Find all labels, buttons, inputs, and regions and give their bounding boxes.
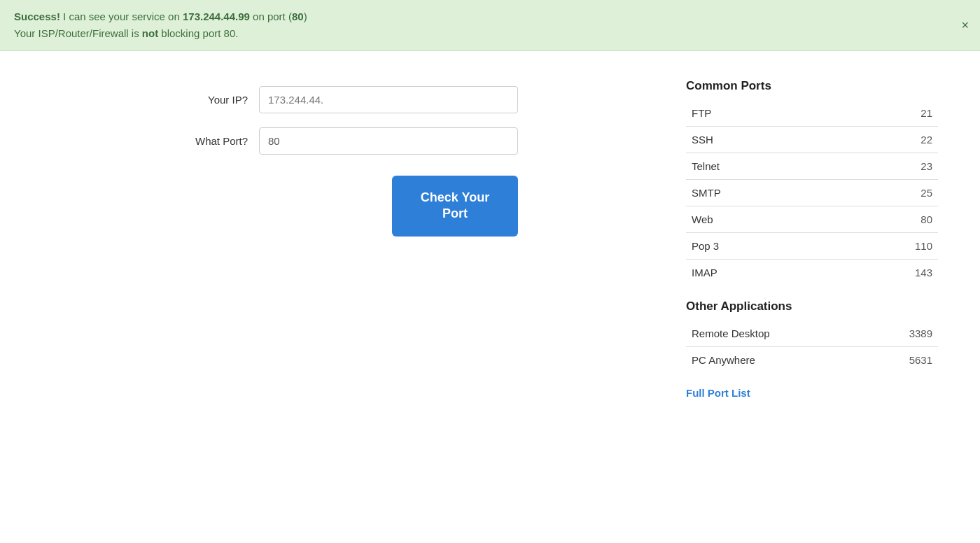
- port-name: FTP: [686, 100, 833, 127]
- port-label: What Port?: [168, 135, 259, 147]
- check-button-line1: Check Your: [421, 190, 489, 204]
- port-number: 25: [833, 180, 938, 206]
- port-name: IMAP: [686, 260, 833, 286]
- port-number: 110: [833, 233, 938, 260]
- form-area: Your IP? What Port? Check Your Port: [0, 72, 686, 399]
- table-row[interactable]: Web 80: [686, 206, 938, 233]
- port-name: Pop 3: [686, 233, 833, 260]
- table-row[interactable]: Pop 3 110: [686, 233, 938, 260]
- banner-line1: Success! I can see your service on 173.2…: [14, 8, 952, 25]
- table-row[interactable]: IMAP 143: [686, 260, 938, 286]
- port-name: Remote Desktop: [686, 320, 868, 347]
- other-ports-table: Remote Desktop 3389 PC Anywhere 5631: [686, 320, 938, 373]
- table-row[interactable]: FTP 21: [686, 100, 938, 127]
- banner-close-button[interactable]: ×: [961, 19, 969, 31]
- success-label: Success!: [14, 10, 60, 22]
- banner-line2-part2: blocking port 80.: [158, 27, 238, 39]
- table-row[interactable]: SSH 22: [686, 127, 938, 153]
- port-name: PC Anywhere: [686, 347, 868, 374]
- port-number: 80: [833, 206, 938, 233]
- ip-row: Your IP?: [168, 86, 518, 113]
- port-row: What Port?: [168, 127, 518, 155]
- banner-message-3: ): [304, 10, 307, 22]
- common-ports-table: FTP 21 SSH 22 Telnet 23 SMTP 25 Web 80 P…: [686, 100, 938, 285]
- ports-panel: Common Ports FTP 21 SSH 22 Telnet 23 SMT…: [686, 79, 938, 399]
- banner-message-2: on port (: [250, 10, 292, 22]
- ip-label: Your IP?: [168, 94, 259, 106]
- banner-message-1: I can see your service on: [60, 10, 183, 22]
- table-row[interactable]: PC Anywhere 5631: [686, 347, 938, 374]
- check-button-line2: Port: [442, 206, 468, 220]
- port-name: SMTP: [686, 180, 833, 206]
- table-row[interactable]: Remote Desktop 3389: [686, 320, 938, 347]
- banner-port: 80: [292, 10, 304, 22]
- port-number: 3389: [868, 320, 938, 347]
- banner-line2: Your ISP/Router/Firewall is not blocking…: [14, 25, 952, 42]
- table-row[interactable]: Telnet 23: [686, 153, 938, 180]
- banner-not: not: [142, 27, 158, 39]
- port-name: Web: [686, 206, 833, 233]
- port-number: 21: [833, 100, 938, 127]
- other-apps-heading: Other Applications: [686, 299, 938, 313]
- port-name: SSH: [686, 127, 833, 153]
- port-number: 143: [833, 260, 938, 286]
- banner-line2-part1: Your ISP/Router/Firewall is: [14, 27, 142, 39]
- success-banner: Success! I can see your service on 173.2…: [0, 0, 980, 51]
- port-number: 5631: [868, 347, 938, 374]
- table-row[interactable]: SMTP 25: [686, 180, 938, 206]
- ip-input[interactable]: [259, 86, 518, 113]
- check-port-button[interactable]: Check Your Port: [392, 176, 518, 237]
- common-ports-heading: Common Ports: [686, 79, 938, 93]
- port-number: 23: [833, 153, 938, 180]
- port-input[interactable]: [259, 127, 518, 155]
- main-content: Your IP? What Port? Check Your Port Comm…: [0, 51, 980, 420]
- button-row: Check Your Port: [168, 176, 518, 237]
- port-name: Telnet: [686, 153, 833, 180]
- full-port-list-link[interactable]: Full Port List: [686, 387, 750, 399]
- port-number: 22: [833, 127, 938, 153]
- banner-ip: 173.244.44.99: [183, 10, 250, 22]
